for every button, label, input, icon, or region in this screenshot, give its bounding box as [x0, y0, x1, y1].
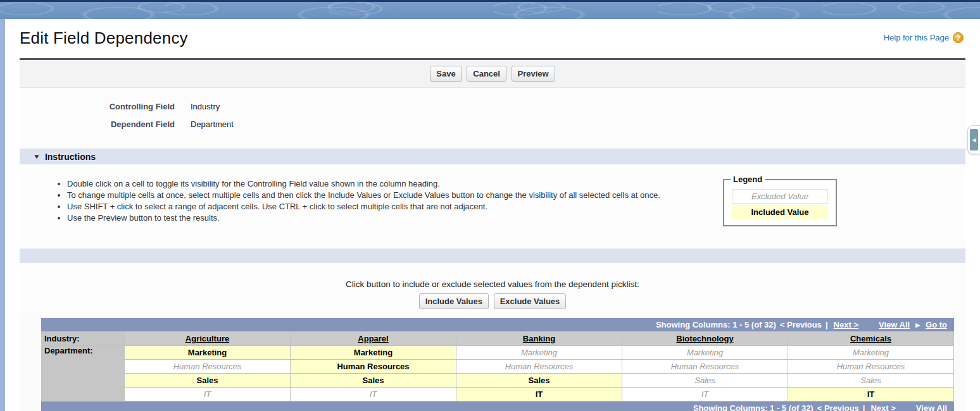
instruction-bullet: Use SHIFT + click to select a range of a…	[67, 201, 723, 212]
column-header-link[interactable]: Biotechnology	[673, 334, 736, 343]
instructions-header-label: Instructions	[45, 152, 96, 162]
exclude-values-button[interactable]: Exclude Values	[494, 293, 567, 309]
matrix-cell-included[interactable]: Marketing	[125, 346, 291, 360]
instructions-section-header[interactable]: ▼ Instructions	[20, 149, 965, 164]
column-header-chemicals[interactable]: Chemicals	[788, 332, 954, 346]
top-button-bar: Save Cancel Preview	[20, 60, 965, 88]
field-detail-area: Controlling Field Industry Dependent Fie…	[20, 88, 965, 149]
dependency-matrix: Showing Columns: 1 - 5 (of 32) < Previou…	[41, 318, 954, 411]
sidebar-edge-strip	[0, 19, 5, 411]
action-prompt-text: Click button to include or exclude selec…	[20, 279, 965, 289]
matrix-pagination-top: Showing Columns: 1 - 5 (of 32) < Previou…	[41, 318, 954, 331]
salesforce-header-banner	[0, 2, 980, 19]
cancel-button[interactable]: Cancel	[467, 66, 506, 82]
column-header-apparel[interactable]: Apparel	[291, 332, 456, 346]
matrix-cell-excluded[interactable]: Sales	[788, 374, 954, 388]
matrix-cell-excluded[interactable]: IT	[125, 388, 291, 402]
help-question-icon[interactable]: ?	[953, 32, 964, 43]
controlling-field-row: Controlling Field Industry	[20, 98, 965, 116]
instruction-bullet: Double click on a cell to toggle its vis…	[67, 178, 723, 189]
column-header-link[interactable]: Banking	[520, 334, 558, 343]
controlling-field-value: Industry	[191, 98, 220, 116]
matrix-cell-excluded[interactable]: Human Resources	[125, 360, 291, 374]
preview-button[interactable]: Preview	[512, 66, 555, 82]
dependent-field-row: Dependent Field Department	[20, 116, 965, 133]
matrix-cell-excluded[interactable]: IT	[622, 388, 788, 402]
next-link[interactable]: Next >	[869, 403, 897, 411]
matrix-cell-included[interactable]: IT	[788, 388, 954, 402]
dependent-field-value: Department	[191, 116, 234, 133]
legend-box: Legend Excluded Value Included Value	[723, 175, 837, 226]
matrix-cell-included[interactable]: Marketing	[291, 346, 456, 360]
instruction-bullet: Use the Preview button to test the resul…	[67, 212, 723, 223]
dependent-field-label: Dependent Field	[20, 116, 191, 133]
column-header-banking[interactable]: Banking	[456, 332, 622, 346]
matrix-cell-excluded[interactable]: Marketing	[788, 346, 954, 360]
page-content: Edit Field Dependency Help for this Page…	[5, 19, 980, 411]
matrix-cell-excluded[interactable]: Human Resources	[456, 360, 622, 374]
go-to-arrow-icon: ▶	[915, 322, 920, 328]
matrix-cell-excluded[interactable]: Sales	[622, 374, 788, 388]
column-header-link[interactable]: Agriculture	[182, 334, 232, 343]
matrix-row-marketing: Department:MarketingMarketingMarketingMa…	[42, 346, 954, 360]
save-button[interactable]: Save	[430, 66, 462, 82]
matrix-cell-included[interactable]: IT	[456, 388, 622, 402]
empty-section-bar	[20, 248, 965, 263]
matrix-cell-excluded[interactable]: Human Resources	[788, 360, 954, 374]
legend-excluded-sample: Excluded Value	[732, 189, 828, 204]
matrix-header-row: Industry: AgricultureApparelBankingBiote…	[42, 332, 954, 346]
include-values-button[interactable]: Include Values	[419, 293, 489, 309]
pagination-separator: |	[826, 320, 828, 329]
matrix-cell-excluded[interactable]: Human Resources	[622, 360, 788, 374]
column-header-link[interactable]: Chemicals	[847, 334, 895, 343]
instruction-bullet: To change multiple cells at once, select…	[67, 190, 723, 200]
legend-title: Legend	[731, 175, 765, 184]
instructions-body: Double click on a cell to toggle its vis…	[20, 164, 965, 239]
page-header: Edit Field Dependency Help for this Page…	[5, 19, 980, 54]
matrix-row-human-resources: Human ResourcesHuman ResourcesHuman Reso…	[42, 360, 954, 374]
matrix-row-it: ITITITITIT	[42, 388, 954, 402]
legend-fieldset: Legend Excluded Value Included Value	[723, 175, 837, 226]
matrix-row-sales: SalesSalesSalesSalesSales	[42, 374, 954, 388]
dependent-field-row-label: Department:	[42, 346, 125, 402]
previous-link[interactable]: < Previous	[817, 403, 859, 411]
matrix-pagination-bottom: Showing Columns: 1 - 5 (of 32) < Previou…	[41, 402, 954, 411]
edit-dependency-section: Save Cancel Preview Controlling Field In…	[20, 58, 965, 411]
collapse-triangle-icon: ▼	[33, 153, 41, 160]
matrix-cell-included[interactable]: Sales	[456, 374, 622, 388]
showing-columns-label: Showing Columns: 1 - 5 (of 32)	[693, 403, 814, 411]
previous-link[interactable]: < Previous	[780, 320, 822, 329]
matrix-cell-excluded[interactable]: Marketing	[456, 346, 622, 360]
go-to-link[interactable]: Go to	[924, 320, 949, 329]
matrix-cell-excluded[interactable]: IT	[291, 388, 456, 402]
help-for-this-page-link[interactable]: Help for this Page	[884, 33, 949, 42]
matrix-cell-included[interactable]: Sales	[125, 374, 291, 388]
sidebar-collapse-tab[interactable]: ◀	[967, 125, 980, 154]
collapse-left-arrow-icon: ◀	[970, 129, 978, 150]
next-link[interactable]: Next >	[832, 320, 860, 329]
dependency-matrix-table: Industry: AgricultureApparelBankingBiote…	[41, 331, 954, 402]
page-title: Edit Field Dependency	[20, 28, 188, 48]
section-gap	[20, 239, 965, 248]
help-area: Help for this Page ?	[884, 32, 964, 43]
column-header-biotechnology[interactable]: Biotechnology	[622, 332, 788, 346]
matrix-cell-included[interactable]: Human Resources	[291, 360, 456, 374]
legend-included-sample: Included Value	[732, 206, 828, 219]
include-exclude-action-area: Click button to include or exclude selec…	[20, 263, 965, 318]
column-header-link[interactable]: Apparel	[355, 334, 391, 343]
matrix-cell-included[interactable]: Sales	[291, 374, 456, 388]
view-all-link[interactable]: View All	[914, 403, 949, 411]
controlling-field-label: Controlling Field	[20, 98, 191, 116]
column-header-agriculture[interactable]: Agriculture	[125, 332, 291, 346]
pagination-separator: |	[863, 403, 865, 411]
showing-columns-label: Showing Columns: 1 - 5 (of 32)	[656, 320, 776, 329]
instructions-bullet-list: Double click on a cell to toggle its vis…	[20, 175, 723, 226]
matrix-cell-excluded[interactable]: Marketing	[622, 346, 788, 360]
view-all-link[interactable]: View All	[877, 320, 912, 329]
controlling-field-column-header: Industry:	[42, 332, 125, 346]
